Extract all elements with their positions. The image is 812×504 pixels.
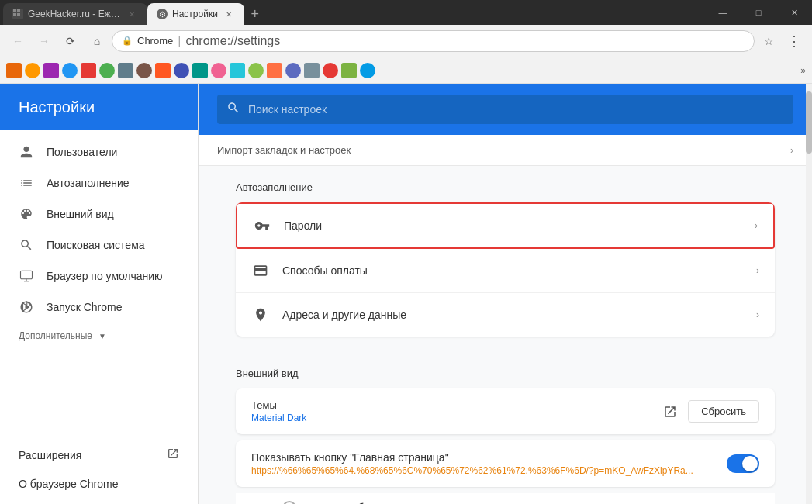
ext-icon-3[interactable] <box>43 63 59 78</box>
lock-icon: 🔒 <box>122 36 133 46</box>
autofill-icon <box>19 175 34 191</box>
sidebar-advanced-label: Дополнительные <box>19 330 92 341</box>
quick-access-radio-row[interactable]: Страница быстрого доступа <box>236 493 775 504</box>
tab-settings-label: Настройки <box>172 9 218 19</box>
addresses-row[interactable]: Адреса и другие данные › <box>236 293 775 337</box>
back-button[interactable]: ← <box>6 29 29 53</box>
address-app-name: Chrome <box>137 35 173 47</box>
ext-icon-18[interactable] <box>323 63 338 78</box>
sidebar-item-autofill[interactable]: Автозаполнение <box>0 167 198 198</box>
svg-rect-0 <box>13 9 16 12</box>
import-row-label: Импорт закладок и настроек <box>217 144 351 156</box>
theme-external-link-button[interactable] <box>658 400 682 423</box>
tab-geek-close[interactable]: ✕ <box>126 8 138 20</box>
tabs-area: GeekHacker.ru - Ежедневный ж... ✕ ⚙ Наст… <box>0 0 705 25</box>
ext-icon-11[interactable] <box>192 63 208 78</box>
homepage-toggle-url: https://%66%65%65%64.%68%65%6C%70%65%72%… <box>251 465 714 476</box>
close-button[interactable]: ✕ <box>776 0 812 25</box>
homepage-toggle-label: Показывать кнопку "Главная страница" <box>251 451 714 464</box>
reload-button[interactable]: ⟳ <box>59 29 82 53</box>
toggle-knob <box>742 456 758 471</box>
scrollbar-thumb[interactable] <box>806 91 812 154</box>
settings-favicon: ⚙ <box>157 9 168 19</box>
quick-access-radio[interactable] <box>282 501 296 504</box>
sidebar-users-label: Пользователи <box>47 146 117 158</box>
tab-geek-label: GeekHacker.ru - Ежедневный ж... <box>28 9 121 19</box>
content-area: Импорт закладок и настроек › Автозаполне… <box>199 84 812 504</box>
ext-icon-5[interactable] <box>81 63 96 78</box>
sidebar-item-extensions[interactable]: Расширения <box>0 440 198 470</box>
ext-icon-8[interactable] <box>136 63 152 78</box>
tab-geek[interactable]: GeekHacker.ru - Ежедневный ж... ✕ <box>3 3 147 25</box>
ext-icon-20[interactable] <box>360 63 375 78</box>
address-bar[interactable]: 🔒 Chrome | chrome://settings <box>112 30 755 52</box>
maximize-button[interactable]: □ <box>741 0 776 25</box>
import-row[interactable]: Импорт закладок и настроек › <box>199 135 812 166</box>
ext-icon-16[interactable] <box>285 63 301 78</box>
geek-favicon <box>12 9 23 19</box>
sidebar-search-label: Поисковая система <box>47 239 145 251</box>
addresses-location-icon <box>251 306 270 324</box>
payments-chevron-icon: › <box>756 265 759 276</box>
theme-name-label: Темы <box>251 399 658 411</box>
ext-icon-6[interactable] <box>99 63 115 78</box>
ext-icon-9[interactable] <box>155 63 171 78</box>
sidebar-autofill-label: Автозаполнение <box>47 177 130 189</box>
homepage-toggle-switch[interactable] <box>727 454 759 473</box>
ext-icon-17[interactable] <box>304 63 320 78</box>
sidebar-title: Настройки <box>19 98 95 116</box>
theme-actions: Сбросить <box>658 400 759 423</box>
sidebar-item-search[interactable]: Поисковая система <box>0 230 198 261</box>
passwords-row[interactable]: Пароли › <box>237 204 773 247</box>
titlebar: GeekHacker.ru - Ежедневный ж... ✕ ⚙ Наст… <box>0 0 812 25</box>
autofill-section: Автозаполнение Пароли › <box>217 166 793 337</box>
sidebar-about-label: О браузере Chrome <box>19 478 119 490</box>
theme-reset-button[interactable]: Сбросить <box>688 400 759 423</box>
content-search-icon <box>226 101 240 118</box>
svg-rect-4 <box>21 271 33 279</box>
ext-icon-14[interactable] <box>248 63 264 78</box>
sidebar-item-startup[interactable]: Запуск Chrome <box>0 292 198 323</box>
tab-settings[interactable]: ⚙ Настройки ✕ <box>147 3 244 25</box>
autofill-section-title: Автозаполнение <box>236 181 775 193</box>
extensions-bar: » <box>0 57 812 84</box>
sidebar-advanced[interactable]: Дополнительные ▼ <box>0 323 198 344</box>
sidebar-item-about[interactable]: О браузере Chrome <box>0 470 198 498</box>
svg-rect-1 <box>17 9 20 12</box>
ext-icon-10[interactable] <box>174 63 189 78</box>
ext-icon-15[interactable] <box>267 63 282 78</box>
browser-icon <box>19 268 34 284</box>
home-button[interactable]: ⌂ <box>85 29 109 53</box>
sidebar-nav: Пользователи Автозаполнение Внешний вид … <box>0 130 198 433</box>
search-icon <box>19 237 34 253</box>
navbar: ← → ⟳ ⌂ 🔒 Chrome | chrome://settings ☆ ⋮ <box>0 25 812 57</box>
new-tab-button[interactable]: + <box>244 3 266 25</box>
payments-label: Способы оплаты <box>282 264 744 277</box>
sidebar-item-appearance[interactable]: Внешний вид <box>0 198 198 230</box>
bookmark-button[interactable]: ☆ <box>758 30 779 52</box>
sidebar-item-users[interactable]: Пользователи <box>0 136 198 167</box>
tab-settings-close[interactable]: ✕ <box>223 8 235 20</box>
ext-icon-19[interactable] <box>341 63 357 78</box>
startup-icon <box>19 299 34 315</box>
search-input-wrap[interactable] <box>217 95 793 124</box>
content-inner: Импорт закладок и настроек › Автозаполне… <box>199 135 812 504</box>
sidebar-extensions-label: Расширения <box>19 449 81 461</box>
ext-chevron-icon[interactable]: » <box>800 65 806 76</box>
ext-icon-13[interactable] <box>230 63 245 78</box>
ext-icon-2[interactable] <box>25 63 40 78</box>
sidebar-item-default-browser[interactable]: Браузер по умолчанию <box>0 261 198 292</box>
payments-row[interactable]: Способы оплаты › <box>236 249 775 293</box>
appearance-icon <box>19 206 34 222</box>
chrome-menu-button[interactable]: ⋮ <box>783 29 806 53</box>
ext-icon-7[interactable] <box>118 63 133 78</box>
addresses-chevron-icon: › <box>756 309 759 320</box>
ext-icon-12[interactable] <box>211 63 226 78</box>
address-separator: | <box>178 34 181 48</box>
scrollbar-track[interactable] <box>806 84 812 504</box>
ext-icon-1[interactable] <box>6 63 22 78</box>
ext-icon-4[interactable] <box>62 63 78 78</box>
minimize-button[interactable]: — <box>705 0 741 25</box>
forward-button[interactable]: → <box>33 29 56 53</box>
search-settings-input[interactable] <box>248 103 784 116</box>
